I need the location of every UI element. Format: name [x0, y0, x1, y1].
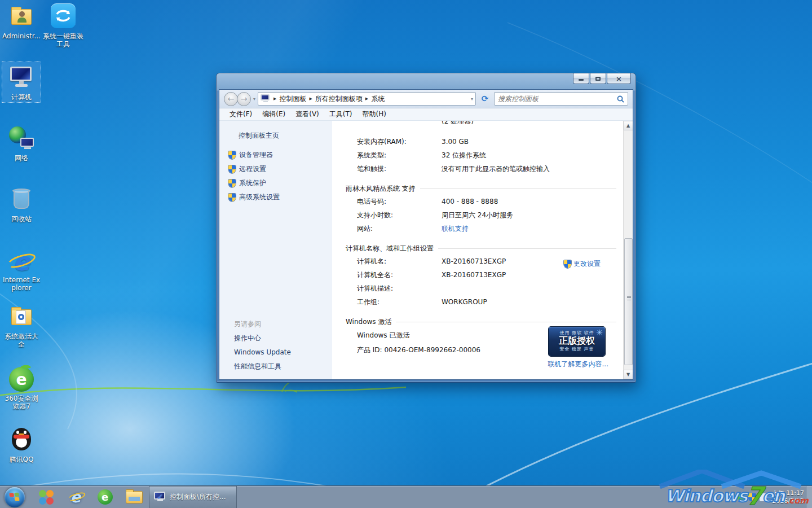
- breadcrumb-system[interactable]: ▶系统: [365, 94, 385, 104]
- close-button[interactable]: ×: [607, 73, 631, 84]
- desktop: Administr... 系统一键重装工具 计算机 网络 回收站 e Inter…: [0, 0, 812, 508]
- clock-time: 上午 11:17: [772, 489, 804, 497]
- menu-view[interactable]: 查看(V): [291, 108, 324, 120]
- breadcrumb-all-items[interactable]: ▶所有控制面板项: [309, 94, 362, 104]
- menu-help[interactable]: 帮助(H): [358, 108, 391, 120]
- taskbar-active-window[interactable]: ✓ 控制面板\所有控...: [149, 486, 237, 508]
- history-dropdown-icon[interactable]: ▾: [253, 97, 255, 102]
- system-window-icon: ✓: [154, 492, 166, 503]
- desktop-icon-administrator[interactable]: Administr...: [2, 3, 41, 40]
- recycle-bin-icon: [8, 186, 35, 213]
- support-row-hours: 支持小时数:周日至周六 24小时服务: [357, 208, 616, 222]
- address-computer-icon: [261, 94, 271, 103]
- spec-row-system-type: 系统类型:32 位操作系统: [357, 148, 616, 162]
- start-button[interactable]: [5, 487, 25, 507]
- icon-label: 腾讯QQ: [2, 456, 41, 463]
- computer-row-description: 计算机描述:: [357, 282, 616, 295]
- icon-label: Internet Explorer: [2, 276, 41, 292]
- sparkle-icon: ✳: [596, 328, 603, 337]
- sidebar-item-performance-tools[interactable]: 性能信息和工具: [234, 360, 291, 374]
- internet-explorer-icon: e: [8, 247, 35, 274]
- desktop-icon-360-browser[interactable]: e 360安全浏览器7: [2, 366, 41, 410]
- maximize-button[interactable]: [590, 73, 606, 84]
- tray-antivirus-icon[interactable]: [737, 493, 745, 501]
- forward-button[interactable]: →: [237, 92, 251, 106]
- learn-more-online-link[interactable]: 联机了解更多内容...: [548, 360, 608, 369]
- icon-label: 计算机: [2, 93, 41, 101]
- scroll-up-arrow[interactable]: ▲: [624, 121, 633, 130]
- icon-label: 360安全浏览器7: [2, 395, 41, 410]
- sidebar-item-advanced-settings[interactable]: 高级系统设置: [228, 190, 280, 204]
- sidebar-item-remote-settings[interactable]: 远程设置: [228, 162, 280, 176]
- processor-clipped-line: (2 处理器): [442, 121, 616, 127]
- uac-shield-icon: [228, 165, 236, 173]
- sidebar-item-control-panel-home[interactable]: 控制面板主页: [239, 131, 279, 141]
- reinstall-tool-icon: [50, 3, 77, 30]
- computer-row-fullname: 计算机全名:XB-20160713EXGP: [357, 268, 616, 282]
- icon-label: Administr...: [2, 32, 41, 40]
- taskbar-icon-360-browser[interactable]: e: [90, 486, 120, 508]
- title-bar[interactable]: ×: [217, 73, 636, 89]
- menu-file[interactable]: 文件(F): [225, 108, 257, 120]
- menu-bar: 文件(F) 编辑(E) 查看(V) 工具(T) 帮助(H): [219, 108, 633, 121]
- breadcrumb-control-panel[interactable]: ▶控制面板: [273, 94, 306, 104]
- desktop-icon-activation-collection[interactable]: 系统激活大全: [2, 304, 41, 348]
- spec-row-pen-touch: 笔和触摸:没有可用于此显示器的笔或触控输入: [357, 162, 616, 176]
- sidebar-item-action-center[interactable]: 操作中心: [234, 331, 291, 345]
- taskbar-clock[interactable]: 上午 11:17 2016/7/13: [772, 489, 804, 505]
- minimize-button[interactable]: [573, 73, 589, 84]
- scrollbar-track[interactable]: [624, 130, 633, 370]
- search-input[interactable]: [498, 95, 617, 103]
- icon-label: 网络: [2, 154, 41, 162]
- taskbar: e e ✓ 控制面板\所有控... 上午 11:17 2016/7/13: [0, 485, 812, 508]
- tray-show-hidden-icon[interactable]: [726, 493, 734, 501]
- show-desktop-button[interactable]: [806, 486, 812, 508]
- menu-tools[interactable]: 工具(T): [325, 108, 357, 120]
- search-icon[interactable]: [617, 95, 624, 103]
- support-section-header: 雨林木风精品系统 支持: [346, 182, 616, 195]
- vertical-scrollbar[interactable]: ▲ ▼: [623, 121, 633, 379]
- taskbar-icon-suite[interactable]: [32, 486, 61, 508]
- 360-browser-icon: e: [98, 489, 113, 505]
- system-tray: 上午 11:17 2016/7/13: [726, 486, 804, 508]
- icon-label: 系统一键重装工具: [43, 32, 83, 48]
- support-row-phone: 电话号码:400 - 888 - 8888: [357, 195, 616, 208]
- sidebar-item-device-manager[interactable]: 设备管理器: [228, 148, 280, 162]
- tray-action-center-icon[interactable]: [748, 493, 756, 501]
- address-dropdown-icon[interactable]: ▾: [471, 97, 473, 102]
- taskbar-icon-explorer[interactable]: [120, 486, 149, 508]
- genuine-microsoft-badge[interactable]: 使用 微软 软件 正版授权 安全 稳定 声誉 ✳: [549, 327, 605, 356]
- desktop-icon-internet-explorer[interactable]: e Internet Explorer: [2, 247, 41, 292]
- uac-shield-icon: [228, 151, 236, 159]
- activation-section-header: Windows 激活: [346, 316, 616, 328]
- online-support-link[interactable]: 联机支持: [442, 224, 616, 234]
- search-box[interactable]: [494, 92, 628, 106]
- tray-network-icon[interactable]: [760, 493, 767, 501]
- qq-penguin-icon: [8, 427, 35, 454]
- back-button[interactable]: ←: [224, 92, 238, 106]
- desktop-icon-reinstall-tool[interactable]: 系统一键重装工具: [43, 3, 83, 48]
- taskbar-icon-internet-explorer[interactable]: e: [61, 486, 90, 508]
- desktop-icon-tencent-qq[interactable]: 腾讯QQ: [2, 427, 41, 463]
- refresh-button[interactable]: ⟳: [478, 92, 492, 106]
- uac-shield-icon: [228, 194, 236, 202]
- desktop-icon-recycle-bin[interactable]: 回收站: [2, 186, 41, 223]
- scroll-down-arrow[interactable]: ▼: [624, 370, 633, 379]
- support-row-website: 网站:联机支持: [357, 222, 616, 235]
- icon-label: 回收站: [2, 215, 41, 223]
- system-window: × ← → ▾ ▶控制面板 ▶所有控制面板项 ▶系统 ▾ ⟳: [216, 73, 636, 383]
- folder-icon: [126, 491, 143, 503]
- user-folder-icon: [8, 3, 35, 30]
- 360-browser-icon: e: [8, 366, 35, 393]
- sidebar-item-system-protection[interactable]: 系统保护: [228, 176, 280, 190]
- address-bar[interactable]: ▶控制面板 ▶所有控制面板项 ▶系统 ▾: [258, 92, 476, 106]
- menu-edit[interactable]: 编辑(E): [258, 108, 290, 120]
- clock-date: 2016/7/13: [772, 497, 804, 505]
- change-settings-link[interactable]: 更改设置: [564, 259, 601, 269]
- desktop-icon-computer[interactable]: 计算机: [2, 62, 41, 102]
- scrollbar-thumb[interactable]: [624, 238, 633, 365]
- desktop-icon-network[interactable]: 网络: [2, 125, 41, 162]
- icon-label: 系统激活大全: [2, 332, 41, 348]
- sidebar-item-windows-update[interactable]: Windows Update: [234, 345, 291, 360]
- network-icon: [8, 125, 35, 152]
